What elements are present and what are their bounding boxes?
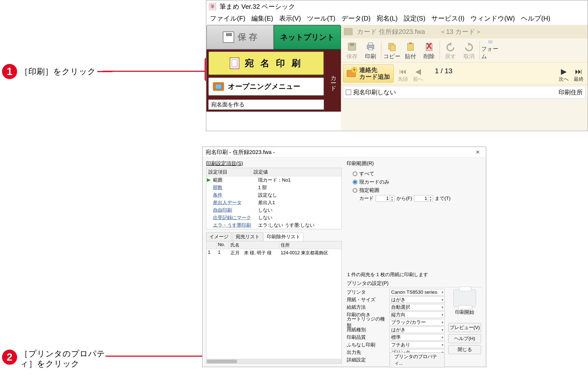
spin-down-icon[interactable]: ▼: [390, 198, 394, 201]
noprint-checkbox[interactable]: 宛名印刷しない: [346, 88, 396, 96]
settings-key: 出受記録にマーク: [211, 214, 256, 221]
left-fragment-label: 宛名面を作る: [211, 101, 245, 108]
delete-icon: [424, 42, 434, 52]
printer-properties-button[interactable]: プリンタのプロパティ...: [389, 352, 445, 367]
toolbar-copy[interactable]: コピー: [383, 40, 401, 61]
spin-up-icon[interactable]: ▲: [428, 195, 433, 198]
nav-next-label: 次へ: [559, 76, 569, 83]
media-select[interactable]: はがき▾: [389, 327, 445, 333]
quality-select[interactable]: 標準▾: [389, 334, 445, 341]
menu-atena[interactable]: 宛名(L): [377, 14, 398, 23]
preview-button[interactable]: プレビュー(V): [448, 323, 481, 332]
range-to-spinner[interactable]: ▲▼: [414, 195, 433, 202]
start-print-label[interactable]: 印刷開始: [455, 309, 474, 316]
callout-1: 1 ［印刷］をクリック: [2, 64, 112, 79]
list-row[interactable]: 1 1 正月 来 様, 明子 様 124-0012 東京都葛飾区: [206, 249, 341, 257]
nav-last-label: 最終: [574, 76, 584, 83]
settings-value: 現カード：No1: [256, 176, 341, 184]
callout-1-text: ［印刷］をクリック: [20, 66, 96, 76]
nav-first[interactable]: ⏮ 先頭: [396, 64, 410, 83]
orient-select[interactable]: 縦方向▾: [389, 312, 445, 318]
settings-row[interactable]: 出受記録にマークしない: [206, 214, 341, 221]
atena-print-button[interactable]: 宛 名 印 刷: [208, 51, 324, 75]
toolbar-save-label: 保存: [346, 53, 358, 60]
range-from-spinner[interactable]: ▲▼: [376, 195, 394, 202]
list-scrollbar[interactable]: [206, 359, 341, 363]
settings-row[interactable]: エラ・うす墨印刷エラ:しない うす墨:しない: [206, 221, 341, 229]
netprint-label: ネットプリント: [280, 32, 335, 42]
callout-2-number: 2: [2, 350, 17, 365]
opening-menu-label: オープニングメニュー: [228, 82, 300, 91]
toolbar-undo[interactable]: 戻す: [441, 40, 459, 61]
settings-row[interactable]: 差出人データ差出人1: [206, 199, 341, 206]
nav-next[interactable]: ▶ 次へ: [557, 64, 570, 83]
menu-data[interactable]: データ(D): [341, 14, 371, 23]
printer-select[interactable]: Canon TS8530 series▾: [389, 289, 445, 295]
settings-row[interactable]: ▶範囲現カード：No1: [206, 176, 341, 184]
menu-view[interactable]: 表示(V): [279, 14, 301, 23]
nav-page-indicator: 1 / 13: [427, 67, 460, 80]
settings-row[interactable]: 条件設定なし: [206, 191, 341, 199]
side-tab-card[interactable]: カード: [325, 51, 339, 110]
radio-range-label: 指定範囲: [359, 187, 379, 194]
netprint-button[interactable]: ネットプリント: [274, 25, 341, 49]
card-nav-bar: 連絡先 カード追加 ⏮ 先頭 ◀ 前へ 1 / 13: [341, 62, 587, 85]
tab-image[interactable]: イメージ: [206, 232, 232, 241]
menu-window[interactable]: ウィンドウ(W): [471, 14, 515, 23]
printer-large-icon: [453, 289, 476, 307]
svg-rect-10: [489, 40, 492, 43]
opening-menu-button[interactable]: オープニングメニュー: [208, 77, 324, 96]
settings-value: しない: [256, 214, 341, 221]
settings-row[interactable]: 自由印刷しない: [206, 206, 341, 214]
paper-select[interactable]: はがき▾: [389, 296, 445, 303]
range-to-input[interactable]: [414, 196, 428, 201]
save-icon: [347, 42, 357, 52]
radio-all[interactable]: すべて: [353, 170, 482, 177]
toolbar-paste[interactable]: 貼付: [401, 40, 420, 61]
range-from-input[interactable]: [376, 196, 390, 201]
row-marker-icon: ▶: [206, 176, 211, 184]
dropdown-icon: ▾: [442, 335, 443, 339]
card-toolbar: 保存 印刷 コピー 貼付 削除: [341, 38, 587, 62]
nav-prev[interactable]: ◀ 前へ: [411, 64, 425, 83]
callout-2-text: ［プリンタのプロパティ］をクリック: [20, 349, 110, 369]
menu-tool[interactable]: ツール(T): [307, 14, 335, 23]
row-marker-icon: [206, 206, 211, 214]
help-button[interactable]: ヘルプ(H): [448, 334, 481, 343]
save-button[interactable]: 保 存: [206, 25, 274, 49]
tab-list[interactable]: 宛先リスト: [232, 232, 263, 241]
toolbar-form[interactable]: フォーム: [481, 40, 499, 61]
radio-icon: [353, 172, 357, 176]
app-icon: 筆: [209, 3, 216, 10]
menu-service[interactable]: サービス(I): [431, 14, 464, 23]
spin-up-icon[interactable]: ▲: [390, 195, 394, 198]
toolbar-delete[interactable]: 削除: [420, 40, 438, 61]
cartridge-select[interactable]: ブラック/カラー▾: [389, 319, 445, 326]
settings-value: 差出人1: [256, 199, 341, 206]
menu-file[interactable]: ファイル(F): [210, 14, 245, 23]
toolbar-redo[interactable]: 取消: [460, 40, 478, 61]
menu-settings[interactable]: 設定(S): [404, 14, 426, 23]
orient-value: 縦方向: [391, 312, 405, 318]
menu-edit[interactable]: 編集(E): [251, 14, 273, 23]
tab-exclusion[interactable]: 印刷除外リスト: [264, 232, 304, 241]
settings-key: 条件: [211, 191, 256, 199]
add-contact-button[interactable]: 連絡先 カード追加: [343, 64, 394, 83]
toolbar-print[interactable]: 印刷: [362, 40, 380, 61]
close-button[interactable]: 閉じる: [448, 345, 481, 354]
dialog-close-button[interactable]: ×: [473, 148, 483, 156]
radio-current[interactable]: 現カードのみ: [353, 179, 482, 185]
feed-select[interactable]: 自動選択▾: [389, 304, 445, 310]
borderless-select[interactable]: フチあり▾: [389, 342, 445, 348]
pk-border: ふちなし印刷: [347, 342, 389, 348]
svg-rect-9: [426, 44, 432, 50]
toolbar-redo-label: 取消: [463, 53, 475, 60]
menu-help[interactable]: ヘルプ(H): [521, 14, 550, 23]
toolbar-save[interactable]: 保存: [343, 40, 361, 61]
pk-output: 出力先: [347, 349, 389, 356]
scrollbar-thumb[interactable]: [207, 360, 237, 363]
nav-last[interactable]: ⏭ 最終: [572, 64, 585, 83]
radio-range[interactable]: 指定範囲: [353, 187, 482, 194]
settings-row[interactable]: 部数1 部: [206, 184, 341, 191]
spin-down-icon[interactable]: ▼: [428, 198, 433, 201]
